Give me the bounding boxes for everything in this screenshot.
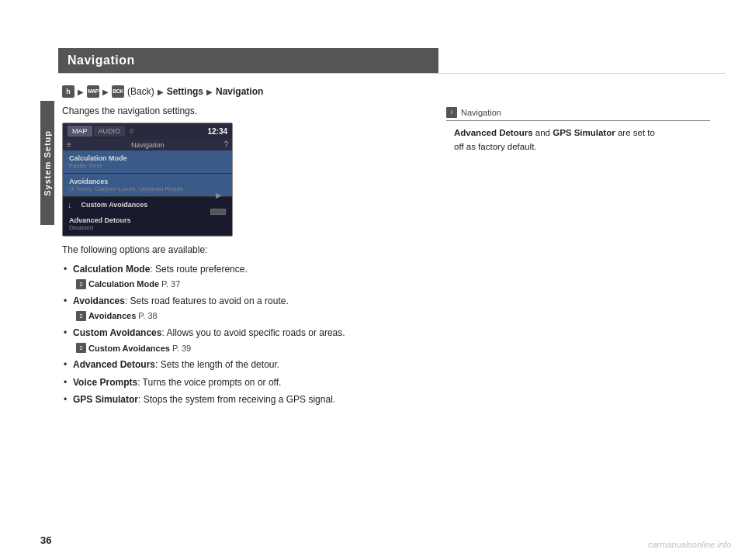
note-line1-post: are set to xyxy=(615,128,655,137)
term-0: Calculation Mode xyxy=(73,264,150,275)
header-rule xyxy=(58,73,726,74)
sub-ref-0: 2 Calculation Mode P. 37 xyxy=(76,277,419,292)
screen-tabs: MAP AUDIO 0 xyxy=(68,126,137,137)
breadcrumb-arrow-3: ▶ xyxy=(158,88,164,96)
home-icon: h xyxy=(62,85,74,98)
breadcrumb: h ▶ MAP ▶ BCK (Back) ▶ Settings ▶ Naviga… xyxy=(62,85,419,98)
description-text: Changes the navigation settings. xyxy=(62,105,419,116)
term-1: Avoidances xyxy=(73,296,125,306)
back-label: (Back) xyxy=(127,86,154,97)
list-item-5: GPS Simulator: Stops the system from rec… xyxy=(62,392,419,407)
list-item-2: Custom Avoidances: Allows you to avoid s… xyxy=(62,325,419,355)
question-icon: ? xyxy=(224,140,228,149)
scroll-icon: ↓ xyxy=(68,200,75,209)
menu-icon: ≡ xyxy=(67,140,71,149)
main-content: h ▶ MAP ▶ BCK (Back) ▶ Settings ▶ Naviga… xyxy=(62,85,419,409)
desc-2: : Allows you to avoid specific roads or … xyxy=(161,327,345,338)
note-mid: and xyxy=(533,128,553,137)
nav-label: Navigation xyxy=(216,86,263,97)
note-panel: i Navigation Advanced Detours and GPS Si… xyxy=(446,107,710,154)
sidebar-tab: System Setup xyxy=(40,101,54,225)
screen-topbar: MAP AUDIO 0 12:34 xyxy=(63,123,232,139)
settings-label: Settings xyxy=(167,86,203,97)
note-header-label: Navigation xyxy=(461,108,501,117)
watermark: carmanualsonline.info xyxy=(648,540,731,549)
sidebar-tab-label: System Setup xyxy=(43,130,52,196)
list-item-4: Voice Prompts: Turns the voice prompts o… xyxy=(62,375,419,390)
term-5: GPS Simulator xyxy=(73,394,138,405)
breadcrumb-arrow-2: ▶ xyxy=(102,88,109,96)
screen-item-2-arrow: ▶ xyxy=(216,192,221,199)
desc-4: : Turns the voice prompts on or off. xyxy=(137,377,281,388)
term-3: Advanced Detours xyxy=(73,359,155,370)
breadcrumb-arrow-1: ▶ xyxy=(78,88,84,96)
ref-page-2: P. 39 xyxy=(172,341,191,356)
list-item-1: Avoidances: Sets road features to avoid … xyxy=(62,293,419,323)
map-icon: MAP xyxy=(87,85,99,98)
ref-icon-0: 2 xyxy=(76,279,86,289)
page-number: 36 xyxy=(40,534,51,546)
ref-page-0: P. 37 xyxy=(161,277,180,292)
screen-item-1-title: Avoidances xyxy=(69,178,226,185)
back-icon: BCK xyxy=(112,85,124,98)
ref-text-1: Avoidances xyxy=(88,309,136,323)
screen-item-0[interactable]: Calculation Mode Faster Time xyxy=(63,150,232,174)
screen-item-1[interactable]: Avoidances U-Turns, Carpool Lanes, Unpav… xyxy=(63,174,232,197)
note-header: i Navigation xyxy=(446,107,710,121)
bullet-list: Calculation Mode: Sets route preference.… xyxy=(62,261,419,407)
desc-0: : Sets route preference. xyxy=(150,264,247,275)
screen-time: 12:34 xyxy=(207,127,227,136)
ref-text-2: Custom Avoidances xyxy=(88,341,170,356)
list-item-0: Calculation Mode: Sets route preference.… xyxy=(62,261,419,292)
ref-page-1: P. 38 xyxy=(138,309,157,323)
note-body: Advanced Detours and GPS Simulator are s… xyxy=(446,126,710,154)
page-title: Navigation xyxy=(68,54,135,67)
screen-item-2-title: Custom Avoidances▶ xyxy=(81,201,222,209)
sub-ref-2: 2 Custom Avoidances P. 39 xyxy=(76,341,419,356)
note-bold-2: GPS Simulator xyxy=(553,128,615,137)
screen-item-3[interactable]: Advanced Detours Disabled xyxy=(63,213,232,236)
screen-mockup: MAP AUDIO 0 12:34 ≡ Navigation ? Calcula… xyxy=(62,123,233,237)
desc-5: : Stops the system from receiving a GPS … xyxy=(138,394,335,405)
screen-divider: 0 xyxy=(126,126,137,137)
ref-icon-1: 2 xyxy=(76,311,86,321)
note-bold-1: Advanced Detours xyxy=(454,128,533,137)
screen-item-0-sub: Faster Time xyxy=(69,162,226,169)
following-text: The following options are available: xyxy=(62,244,419,255)
screen-item-0-title: Calculation Mode xyxy=(69,154,226,162)
header-bar: Navigation xyxy=(58,48,438,73)
ref-icon-2: 2 xyxy=(76,343,86,353)
screen-menu-bar: ≡ Navigation ? xyxy=(63,139,232,150)
sub-ref-1: 2 Avoidances P. 38 xyxy=(76,309,419,323)
term-2: Custom Avoidances xyxy=(73,327,161,338)
screen-item-3-title: Advanced Detours xyxy=(69,216,226,224)
screen-tab-map: MAP xyxy=(68,126,92,137)
desc-1: : Sets road features to avoid on a route… xyxy=(125,296,289,306)
screen-tab-audio: AUDIO xyxy=(94,126,126,137)
desc-3: : Sets the length of the detour. xyxy=(155,359,279,370)
screen-item-3-sub: Disabled xyxy=(69,224,226,231)
ref-text-0: Calculation Mode xyxy=(88,277,159,292)
screen-nav-label: Navigation xyxy=(131,141,165,149)
list-item-3: Advanced Detours: Sets the length of the… xyxy=(62,357,419,372)
breadcrumb-arrow-4: ▶ xyxy=(206,88,213,96)
term-4: Voice Prompts xyxy=(73,377,137,388)
note-line2: off as factory default. xyxy=(454,142,537,151)
screen-scroll-area: ↓ Custom Avoidances▶ xyxy=(63,197,232,213)
screen-item-2[interactable]: Custom Avoidances▶ xyxy=(75,197,228,213)
note-header-icon: i xyxy=(446,107,457,118)
screen-item-1-sub: U-Turns, Carpool Lanes, Unpaved Roads xyxy=(69,185,226,192)
